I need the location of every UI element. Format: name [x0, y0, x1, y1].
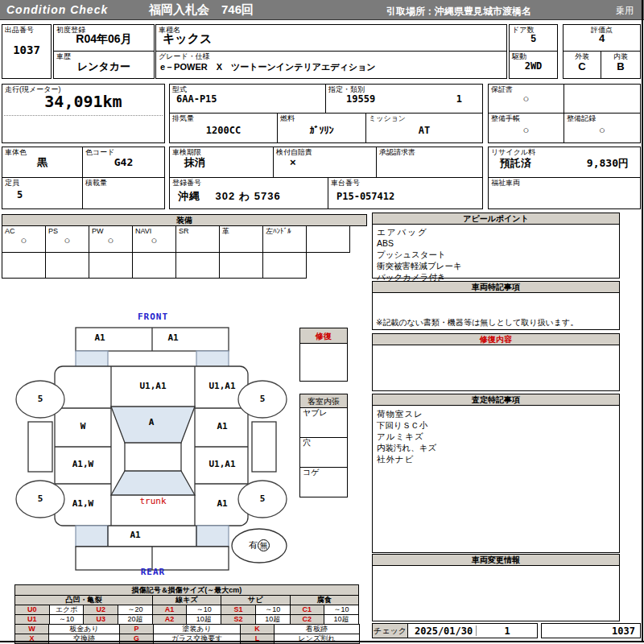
check-count: 1 [476, 625, 539, 637]
lot-number-value: 1037 [2, 44, 51, 56]
grade-cell: グレード・仕様 e－POWER X ツートーンインテリアエディション [155, 51, 507, 79]
drive-cell: 駆動 2WD [509, 51, 558, 79]
assessment-line: 荷物室スレ [377, 408, 615, 419]
approval-request-cell: 承認請求書 [376, 147, 483, 178]
equipment-label: 左ﾊﾝﾄﾞﾙ [263, 226, 306, 236]
sheet-bottom-edge [0, 641, 644, 642]
designation-cell: 指定・類別 19559 1 [325, 84, 483, 114]
maintenance-book-cell: 整備手帳 ○ [488, 113, 564, 143]
model-value: キックス [156, 32, 506, 44]
approval-request-label: 承認請求書 [377, 147, 482, 157]
transmission-label: ミッション [366, 114, 482, 123]
equipment-label: SR [176, 226, 219, 236]
exterior-grade-value: C [564, 60, 601, 72]
legend-value: 20超 [118, 615, 153, 625]
legend-value: 板金あり [49, 625, 120, 634]
equipment-empty-row-cell [219, 252, 263, 279]
legend-value: エクボ [49, 605, 84, 615]
mileage-value: 34,091km [2, 96, 164, 108]
equipment-empty-row-cell [89, 252, 133, 279]
panel-right-front-door: A1 [198, 421, 246, 431]
panel-right-rear-door: U1,A1 [198, 459, 246, 469]
interior-grade-cell: 内装 B [601, 51, 641, 79]
repair-detail-header: 修復内容 [372, 333, 620, 345]
lot-number-label: 出品番号 [2, 25, 51, 35]
legend-code: P [120, 625, 154, 634]
appeal-points-header: アピールポイント [372, 213, 620, 225]
vin-label: 車台番号 [328, 178, 482, 188]
equipment-header: 装備 [2, 214, 367, 226]
assessment-notes-box: 荷物室スレ 下回りＳＣ小 アルミキズ 内装汚れ、キズ 社外ナビ [372, 405, 620, 553]
change-info-header: 車両変更情報 [372, 554, 620, 566]
displacement-label: 排気量 [170, 114, 277, 123]
fuel-label: 燃料 [278, 114, 365, 123]
legend-group-rust: サビ [221, 596, 290, 605]
color-code-value: G42 [83, 156, 164, 168]
legend-code: U1 [15, 615, 50, 625]
spare-no-label: 無 [258, 539, 270, 551]
appeal-line: ABS [377, 237, 615, 249]
repair-mini-box [299, 343, 348, 382]
equipment-value: ○ [2, 234, 45, 246]
vehicle-category: 乗用 [616, 5, 634, 17]
equipment-cell-ps: PS ○ [45, 225, 89, 253]
capacity-value: 5 [2, 189, 82, 201]
panel-rear-gate: A1 [111, 530, 159, 540]
first-registration-cell: 初度登録 R04年06月 [53, 24, 155, 52]
panel-front-bumper-left: A1 [76, 332, 124, 343]
legend-value: 塗装あり [154, 625, 241, 634]
body-color-cell: 車体色 黒 [2, 147, 83, 178]
vehicle-notes-disclaimer: ※記載のない書類・機器等は無しとして取り扱います。 [376, 317, 578, 328]
legend-code: U2 [84, 605, 118, 615]
cabin-burn-label: コゲ [300, 468, 347, 477]
auction-title: 福岡入札会 746回 [149, 2, 254, 18]
mileage-divider [4, 115, 163, 116]
inspection-value: 抹消 [170, 156, 273, 168]
check-lot-box: 1037 [541, 623, 641, 638]
history-cell: 車歴 レンタカー [53, 51, 155, 79]
body-color-value: 黒 [2, 156, 82, 168]
legend-value: ～10 [255, 605, 290, 615]
equipment-cell-sr: SR [175, 225, 220, 253]
spare-yes-label: 有 [249, 540, 258, 550]
score-value: 4 [564, 32, 640, 44]
equipment-empty-row-cell [132, 252, 176, 279]
check-lot-number: 1037 [612, 625, 635, 637]
legend-code: W [15, 625, 49, 634]
fuel-value: ｶﾞｿﾘﾝ [278, 125, 365, 137]
plate-number-value: 沖縄 302 わ 5736 [170, 190, 328, 202]
doors-cell: ドア数 5 [509, 24, 558, 52]
maintenance-book-label: 整備手帳 [489, 114, 564, 123]
equipment-cell-lhd: 左ﾊﾝﾄﾞﾙ [262, 225, 307, 253]
equipment-value: ○ [89, 234, 132, 246]
capacity-cell: 定員 5 [2, 177, 83, 209]
panel-right-fender: U1,A1 [198, 381, 246, 391]
repair-detail-box [372, 345, 620, 391]
maintenance-book-value: ○ [489, 124, 564, 136]
legend-group-scratches: 線キズ [152, 596, 221, 605]
grade-value: e－POWER X ツートーンインテリアエディション [156, 61, 506, 73]
front-label: FRONT [105, 312, 201, 322]
header-bar: Condition Check 福岡入札会 746回 引取場所：沖縄県豊見城市渡… [0, 0, 644, 20]
vehicle-notes-header: 車両特記事項 [372, 281, 620, 293]
assessment-line: 社外ナビ [377, 453, 615, 464]
drive-value: 2WD [510, 60, 557, 72]
insurance-value: × [274, 156, 376, 168]
legend-title: 損傷記号＆損傷サイズ(～最大cm) [15, 585, 359, 596]
panel-left-rear-door: A1,W [59, 459, 107, 469]
fuel-cell: 燃料 ｶﾞｿﾘﾝ [277, 113, 366, 143]
equipment-empty-row-cell [45, 252, 89, 279]
plate-number-label: 登録番号 [170, 178, 328, 188]
displacement-value: 1200CC [170, 125, 277, 137]
legend-code: A1 [152, 605, 187, 615]
designation-class: 1 [456, 93, 462, 105]
damage-legend-table: 損傷記号＆損傷サイズ(～最大cm) 凸凹・亀裂 線キズ サビ 腐食 U0 エクボ… [14, 584, 359, 625]
recycle-fee-cell: リサイクル料 預託済 9,830円 [488, 147, 641, 178]
capacity-label: 定員 [2, 178, 82, 188]
equipment-empty-row-cell [175, 252, 220, 279]
designation-number: 19559 [346, 93, 375, 105]
legend-value: 看板跡 [275, 625, 360, 634]
check-date: 2025/01/30 [415, 625, 473, 637]
legend-code: S1 [221, 605, 256, 615]
panel-hood: U1,A1 [113, 381, 193, 391]
